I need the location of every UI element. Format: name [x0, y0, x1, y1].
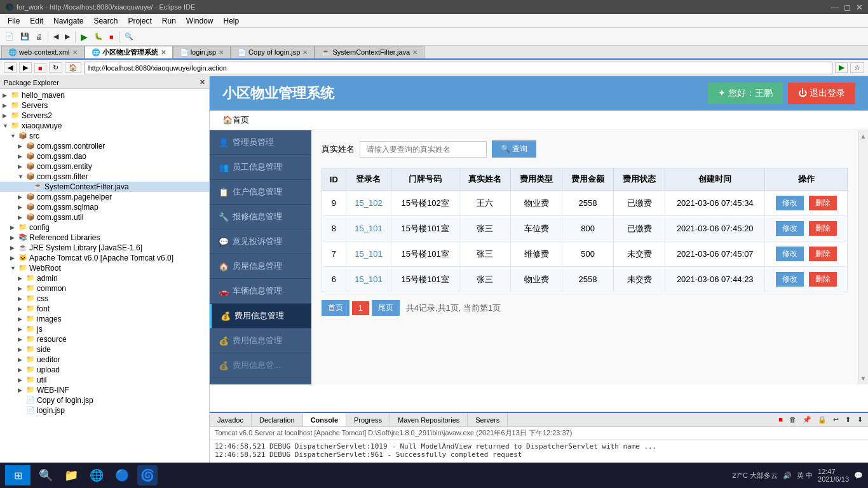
tree-item-common[interactable]: ▶ 📁 common — [0, 283, 209, 294]
tree-item-filter[interactable]: ▼ 📦 com.gssm.filter — [0, 172, 209, 182]
tree-item-config[interactable]: ▶ 📁 config — [0, 222, 209, 233]
tree-item-font[interactable]: ▶ 📁 font — [0, 304, 209, 314]
tree-item-webroot[interactable]: ▼ 📁 WebRoot — [0, 263, 209, 273]
addr-bookmark-btn[interactable]: ☆ — [850, 62, 864, 73]
breadcrumb-home[interactable]: 🏠首页 — [222, 115, 249, 125]
menu-file[interactable]: File — [3, 15, 25, 27]
tree-item-util-webroot[interactable]: ▶ 📁 util — [0, 375, 209, 385]
addr-back-btn[interactable]: ◀ — [4, 62, 17, 73]
tree-item-xiaoquwuye[interactable]: ▼ 📁 xiaoquwuye — [0, 121, 209, 131]
tree-item-js[interactable]: ▶ 📁 js — [0, 324, 209, 334]
tree-item-login-jsp[interactable]: 📄 login.jsp — [0, 405, 209, 416]
edit-button[interactable]: 修改 — [776, 196, 804, 210]
edit-button[interactable]: 修改 — [776, 221, 804, 236]
addr-go-btn[interactable]: ▶ — [835, 62, 848, 73]
nav-house[interactable]: 🏠 房屋信息管理 — [210, 254, 311, 279]
console-pin-btn[interactable]: 📌 — [800, 414, 814, 425]
toolbar-stop[interactable]: ■ — [107, 32, 116, 42]
tab-progress[interactable]: Progress — [346, 413, 390, 426]
delete-button[interactable]: 删除 — [809, 196, 837, 210]
edit-button[interactable]: 修改 — [776, 272, 804, 287]
search-button[interactable]: 🔍 查询 — [492, 140, 536, 158]
tab-scf-close[interactable]: ✕ — [412, 49, 417, 56]
tab-web-context[interactable]: 🌐 web-context.xml ✕ — [1, 46, 85, 58]
toolbar-search[interactable]: 🔍 — [122, 31, 136, 42]
tree-item-upload[interactable]: ▶ 📁 upload — [0, 365, 209, 375]
package-explorer-close-icon[interactable]: ✕ — [200, 78, 205, 86]
menu-project[interactable]: Project — [123, 15, 156, 27]
menu-search[interactable]: Search — [88, 15, 123, 27]
console-stop-btn[interactable]: ■ — [776, 414, 785, 424]
tab-copy-login-close[interactable]: ✕ — [302, 49, 308, 56]
nav-repair[interactable]: 🔧 报修信息管理 — [210, 205, 311, 229]
tab-xiaoquwuye-close[interactable]: ✕ — [161, 49, 166, 56]
toolbar-debug[interactable]: 🐛 — [92, 31, 105, 42]
taskbar-notification-icon[interactable]: 💬 — [854, 471, 863, 480]
tree-item-copy-login-jsp[interactable]: 📄 Copy of login.jsp — [0, 395, 209, 405]
nav-resident[interactable]: 📋 住户信息管理 — [210, 180, 311, 205]
menu-navigate[interactable]: Navigate — [48, 15, 88, 27]
tree-item-pagehelper[interactable]: ▶ 📦 com.gssm.pagehelper — [0, 192, 209, 202]
logout-button[interactable]: ⏻ 退出登录 — [788, 83, 855, 104]
maximize-button[interactable]: ◻ — [844, 3, 851, 12]
taskbar-sound-icon[interactable]: 🔊 — [783, 471, 792, 480]
tab-console[interactable]: Console — [303, 413, 346, 426]
toolbar-back[interactable]: ◀ — [51, 31, 61, 42]
tree-item-resource[interactable]: ▶ 📁 resource — [0, 334, 209, 344]
tab-copy-login[interactable]: 📄 Copy of login.jsp ✕ — [231, 46, 315, 58]
tree-item-referenced-libraries[interactable]: ▶ 📚 Referenced Libraries — [0, 233, 209, 243]
console-maximize-btn[interactable]: ⬆ — [843, 414, 853, 425]
tree-item-css[interactable]: ▶ 📁 css — [0, 294, 209, 304]
menu-help[interactable]: Help — [219, 15, 245, 27]
tree-item-web-inf[interactable]: ▶ 📁 WEB-INF — [0, 385, 209, 395]
tab-servers[interactable]: Servers — [468, 413, 508, 426]
last-page-btn[interactable]: 尾页 — [372, 300, 400, 316]
tab-login-close[interactable]: ✕ — [219, 49, 224, 56]
console-clear-btn[interactable]: 🗑 — [787, 414, 799, 424]
taskbar-chrome[interactable]: 🔵 — [112, 465, 132, 485]
delete-button[interactable]: 删除 — [809, 221, 837, 236]
taskbar-search[interactable]: 🔍 — [36, 465, 56, 485]
scroll-up-arrow[interactable]: ▲ — [860, 130, 867, 140]
nav-staff[interactable]: 👥 员工信息管理 — [210, 155, 311, 180]
tree-item-side[interactable]: ▶ 📁 side — [0, 344, 209, 355]
address-input[interactable] — [84, 62, 832, 74]
tree-item-ueditor[interactable]: ▶ 📁 ueditor — [0, 355, 209, 365]
addr-forward-btn[interactable]: ▶ — [19, 62, 32, 73]
tree-item-systemcontextfilter[interactable]: ☕ SystemContextFilter.java — [0, 182, 209, 192]
tree-item-images[interactable]: ▶ 📁 images — [0, 314, 209, 324]
close-button[interactable]: ✕ — [856, 3, 863, 12]
toolbar-print[interactable]: 🖨 — [33, 32, 45, 42]
console-minimize-btn[interactable]: ⬇ — [855, 414, 865, 425]
nav-fee2[interactable]: 💰 费用信息管理 — [210, 329, 311, 353]
tree-item-entity[interactable]: ▶ 📦 com.gssm.entity — [0, 161, 209, 172]
tree-item-admin[interactable]: ▶ 📁 admin — [0, 273, 209, 283]
delete-button[interactable]: 删除 — [809, 247, 837, 261]
menu-window[interactable]: Window — [181, 15, 219, 27]
tree-item-jre-library[interactable]: ▶ ☕ JRE System Library [JavaSE-1.6] — [0, 243, 209, 253]
tab-javadoc[interactable]: Javadoc — [210, 413, 252, 426]
tree-item-tomcat-library[interactable]: ▶ 🐱 Apache Tomcat v6.0 [Apache Tomcat v6… — [0, 253, 209, 263]
nav-complaint[interactable]: 💬 意见投诉管理 — [210, 229, 311, 254]
addr-home-btn[interactable]: 🏠 — [65, 62, 81, 73]
scroll-down-arrow[interactable]: ▼ — [860, 375, 867, 384]
nav-fee[interactable]: 💰 费用信息管理 — [210, 304, 311, 329]
tree-item-servers2[interactable]: ▶ 📁 Servers2 — [0, 111, 209, 121]
tab-maven-repositories[interactable]: Maven Repositories — [390, 413, 468, 426]
tab-web-context-close[interactable]: ✕ — [72, 49, 78, 56]
tree-item-servers[interactable]: ▶ 📁 Servers — [0, 100, 209, 111]
toolbar-new[interactable]: 📄 — [3, 31, 17, 42]
welcome-button[interactable]: ✦ 您好：王鹏 — [708, 83, 783, 104]
edit-button[interactable]: 修改 — [776, 247, 804, 261]
taskbar-eclipse[interactable]: 🌀 — [137, 465, 158, 485]
taskbar-files[interactable]: 📁 — [61, 465, 81, 485]
tree-item-dao[interactable]: ▶ 📦 com.gssm.dao — [0, 151, 209, 161]
toolbar-save[interactable]: 💾 — [18, 31, 32, 42]
nav-vehicle[interactable]: 🚗 车辆信息管理 — [210, 279, 311, 304]
tab-login-jsp[interactable]: 📄 login.jsp ✕ — [173, 46, 231, 58]
menu-edit[interactable]: Edit — [25, 15, 48, 27]
console-word-wrap-btn[interactable]: ↩ — [831, 414, 841, 425]
menu-run[interactable]: Run — [157, 15, 181, 27]
delete-button[interactable]: 删除 — [809, 272, 837, 287]
tab-systemcontextfilter[interactable]: ☕ SystemContextFilter.java ✕ — [315, 46, 424, 58]
